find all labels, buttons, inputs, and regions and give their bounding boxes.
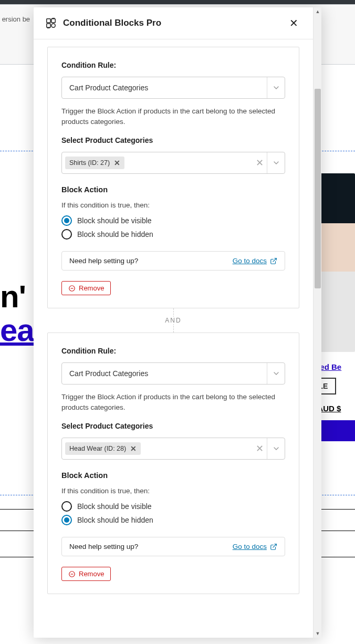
close-button[interactable]: ✕ xyxy=(286,16,301,30)
docs-link[interactable]: Go to docs xyxy=(233,257,277,265)
chevron-down-icon[interactable] xyxy=(267,77,285,98)
svg-rect-1 xyxy=(51,19,55,23)
conditional-blocks-modal: ▲ ▼ Conditional Blocks Pro ✕ Condition R… xyxy=(34,7,321,638)
select-value: Cart Product Categories xyxy=(62,77,267,98)
minus-circle-icon xyxy=(68,570,76,578)
remove-tag-icon[interactable]: ✕ xyxy=(128,444,139,453)
label-condition-rule: Condition Rule: xyxy=(61,347,285,355)
categories-multiselect[interactable]: Head Wear (ID: 28) ✕ ✕ xyxy=(61,438,285,460)
categories-multiselect[interactable]: Shirts (ID: 27) ✕ ✕ xyxy=(61,152,285,174)
radio-hidden[interactable]: Block should be hidden xyxy=(61,515,285,525)
scroll-thumb[interactable] xyxy=(315,89,321,288)
radio-icon xyxy=(61,515,72,525)
and-separator: AND xyxy=(47,308,299,333)
radio-icon xyxy=(61,501,72,512)
help-text: Need help setting up? xyxy=(69,257,138,265)
radio-visible[interactable]: Block should be visible xyxy=(61,215,285,226)
if-condition-text: If this condition is true, then: xyxy=(61,201,285,209)
label-select-categories: Select Product Categories xyxy=(61,422,285,430)
remove-condition-button[interactable]: Remove xyxy=(61,567,111,581)
condition-rule-select[interactable]: Cart Product Categories xyxy=(61,362,285,385)
blocks-icon xyxy=(45,17,57,29)
scroll-down-arrow[interactable]: ▼ xyxy=(314,629,322,638)
rule-helptext: Trigger the Block Action if products in … xyxy=(61,392,285,412)
svg-rect-0 xyxy=(47,19,50,23)
radio-hidden[interactable]: Block should be hidden xyxy=(61,229,285,240)
radio-icon xyxy=(61,229,72,240)
category-tag: Head Wear (ID: 28) ✕ xyxy=(65,442,141,455)
if-condition-text: If this condition is true, then: xyxy=(61,487,285,495)
modal-title: Conditional Blocks Pro xyxy=(45,17,161,29)
block-action-heading: Block Action xyxy=(61,185,285,194)
docs-link[interactable]: Go to docs xyxy=(233,543,277,550)
radio-visible[interactable]: Block should be visible xyxy=(61,501,285,512)
modal-scrollbar[interactable]: ▲ ▼ xyxy=(313,7,321,638)
category-tag: Shirts (ID: 27) ✕ xyxy=(65,157,124,169)
label-condition-rule: Condition Rule: xyxy=(61,61,285,69)
clear-all-icon[interactable]: ✕ xyxy=(252,438,267,459)
svg-rect-2 xyxy=(47,24,50,27)
clear-all-icon[interactable]: ✕ xyxy=(252,152,267,173)
condition-card-2: Condition Rule: Cart Product Categories … xyxy=(47,333,299,594)
select-value: Cart Product Categories xyxy=(62,363,267,384)
external-link-icon xyxy=(270,543,277,550)
chevron-down-icon[interactable] xyxy=(267,152,285,173)
help-text: Need help setting up? xyxy=(69,543,138,550)
scroll-up-arrow[interactable]: ▲ xyxy=(314,7,322,16)
help-row: Need help setting up? Go to docs xyxy=(61,251,285,271)
external-link-icon xyxy=(270,257,277,265)
remove-condition-button[interactable]: Remove xyxy=(61,281,111,295)
remove-tag-icon[interactable]: ✕ xyxy=(112,159,122,167)
condition-rule-select[interactable]: Cart Product Categories xyxy=(61,77,285,99)
svg-line-3 xyxy=(273,258,276,261)
block-action-heading: Block Action xyxy=(61,471,285,480)
rule-helptext: Trigger the Block Action if products in … xyxy=(61,106,285,127)
minus-circle-icon xyxy=(68,285,76,292)
svg-line-6 xyxy=(273,544,276,547)
chevron-down-icon[interactable] xyxy=(267,363,285,384)
radio-icon xyxy=(61,215,72,226)
chevron-down-icon[interactable] xyxy=(267,438,285,459)
condition-card-1: Condition Rule: Cart Product Categories … xyxy=(47,47,299,308)
label-select-categories: Select Product Categories xyxy=(61,136,285,144)
help-row: Need help setting up? Go to docs xyxy=(61,537,285,556)
